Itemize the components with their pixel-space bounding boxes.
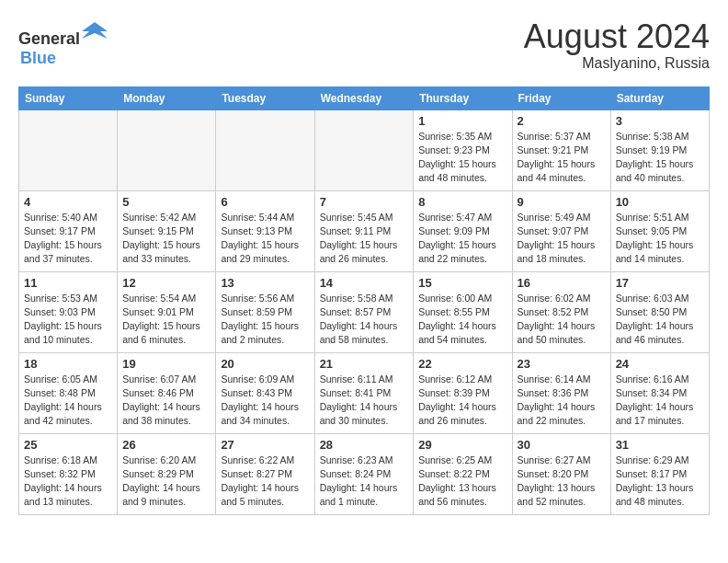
logo-bird-icon xyxy=(82,18,108,44)
day-info: Sunrise: 5:44 AM Sunset: 9:13 PM Dayligh… xyxy=(221,211,309,267)
calendar-cell: 11Sunrise: 5:53 AM Sunset: 9:03 PM Dayli… xyxy=(19,271,118,352)
day-number: 25 xyxy=(24,438,112,452)
day-number: 17 xyxy=(616,276,704,290)
weekday-header-sunday: Sunday xyxy=(19,86,118,109)
day-info: Sunrise: 6:27 AM Sunset: 8:20 PM Dayligh… xyxy=(518,454,606,510)
day-info: Sunrise: 5:38 AM Sunset: 9:19 PM Dayligh… xyxy=(616,130,704,186)
svg-marker-0 xyxy=(82,22,108,39)
day-info: Sunrise: 6:25 AM Sunset: 8:22 PM Dayligh… xyxy=(418,454,506,510)
calendar-cell: 6Sunrise: 5:44 AM Sunset: 9:13 PM Daylig… xyxy=(216,190,314,271)
day-number: 30 xyxy=(518,438,606,452)
day-info: Sunrise: 5:37 AM Sunset: 9:21 PM Dayligh… xyxy=(518,130,606,186)
day-number: 6 xyxy=(221,195,309,209)
calendar-cell: 14Sunrise: 5:58 AM Sunset: 8:57 PM Dayli… xyxy=(314,271,414,352)
day-info: Sunrise: 6:09 AM Sunset: 8:43 PM Dayligh… xyxy=(221,373,309,429)
day-info: Sunrise: 6:16 AM Sunset: 8:34 PM Dayligh… xyxy=(616,373,704,429)
calendar-cell: 31Sunrise: 6:29 AM Sunset: 8:17 PM Dayli… xyxy=(610,433,709,514)
day-info: Sunrise: 6:14 AM Sunset: 8:36 PM Dayligh… xyxy=(518,373,606,429)
calendar-cell: 29Sunrise: 6:25 AM Sunset: 8:22 PM Dayli… xyxy=(414,433,512,514)
weekday-header-friday: Friday xyxy=(512,86,610,109)
day-info: Sunrise: 6:29 AM Sunset: 8:17 PM Dayligh… xyxy=(616,454,704,510)
calendar-cell: 30Sunrise: 6:27 AM Sunset: 8:20 PM Dayli… xyxy=(512,433,610,514)
day-number: 10 xyxy=(616,195,704,209)
calendar-week-row-5: 25Sunrise: 6:18 AM Sunset: 8:32 PM Dayli… xyxy=(19,433,710,514)
day-info: Sunrise: 6:20 AM Sunset: 8:29 PM Dayligh… xyxy=(122,454,210,510)
day-number: 3 xyxy=(616,114,704,128)
day-info: Sunrise: 5:45 AM Sunset: 9:11 PM Dayligh… xyxy=(320,211,409,267)
calendar-cell: 10Sunrise: 5:51 AM Sunset: 9:05 PM Dayli… xyxy=(610,190,709,271)
day-info: Sunrise: 6:23 AM Sunset: 8:24 PM Dayligh… xyxy=(320,454,409,510)
calendar-cell: 19Sunrise: 6:07 AM Sunset: 8:46 PM Dayli… xyxy=(118,352,216,433)
weekday-header-thursday: Thursday xyxy=(414,86,512,109)
day-info: Sunrise: 5:47 AM Sunset: 9:09 PM Dayligh… xyxy=(418,211,506,267)
logo-text-blue: Blue xyxy=(20,49,56,67)
day-number: 31 xyxy=(616,438,704,452)
day-number: 26 xyxy=(122,438,210,452)
calendar-cell: 26Sunrise: 6:20 AM Sunset: 8:29 PM Dayli… xyxy=(118,433,216,514)
calendar-cell xyxy=(19,109,118,190)
day-info: Sunrise: 5:40 AM Sunset: 9:17 PM Dayligh… xyxy=(24,211,112,267)
calendar-cell: 23Sunrise: 6:14 AM Sunset: 8:36 PM Dayli… xyxy=(512,352,610,433)
day-info: Sunrise: 5:53 AM Sunset: 9:03 PM Dayligh… xyxy=(24,292,112,348)
day-number: 12 xyxy=(122,276,210,290)
calendar-cell: 24Sunrise: 6:16 AM Sunset: 8:34 PM Dayli… xyxy=(610,352,709,433)
weekday-header-saturday: Saturday xyxy=(610,86,709,109)
month-year-title: August 2024 xyxy=(524,18,710,55)
calendar-cell xyxy=(118,109,216,190)
day-number: 2 xyxy=(518,114,606,128)
calendar-cell: 2Sunrise: 5:37 AM Sunset: 9:21 PM Daylig… xyxy=(512,109,610,190)
calendar-cell: 4Sunrise: 5:40 AM Sunset: 9:17 PM Daylig… xyxy=(19,190,118,271)
day-info: Sunrise: 5:54 AM Sunset: 9:01 PM Dayligh… xyxy=(122,292,210,348)
day-info: Sunrise: 5:56 AM Sunset: 8:59 PM Dayligh… xyxy=(221,292,309,348)
day-info: Sunrise: 6:22 AM Sunset: 8:27 PM Dayligh… xyxy=(221,454,309,510)
day-number: 14 xyxy=(320,276,409,290)
calendar-table: SundayMondayTuesdayWednesdayThursdayFrid… xyxy=(18,86,710,515)
day-number: 23 xyxy=(518,357,606,371)
day-info: Sunrise: 6:00 AM Sunset: 8:55 PM Dayligh… xyxy=(418,292,506,348)
weekday-header-tuesday: Tuesday xyxy=(216,86,314,109)
day-number: 1 xyxy=(418,114,506,128)
calendar-cell: 25Sunrise: 6:18 AM Sunset: 8:32 PM Dayli… xyxy=(19,433,118,514)
day-info: Sunrise: 6:18 AM Sunset: 8:32 PM Dayligh… xyxy=(24,454,112,510)
day-number: 15 xyxy=(418,276,506,290)
calendar-cell: 18Sunrise: 6:05 AM Sunset: 8:48 PM Dayli… xyxy=(19,352,118,433)
calendar-cell: 27Sunrise: 6:22 AM Sunset: 8:27 PM Dayli… xyxy=(216,433,314,514)
day-info: Sunrise: 6:07 AM Sunset: 8:46 PM Dayligh… xyxy=(122,373,210,429)
calendar-cell: 16Sunrise: 6:02 AM Sunset: 8:52 PM Dayli… xyxy=(512,271,610,352)
day-number: 13 xyxy=(221,276,309,290)
day-number: 16 xyxy=(518,276,606,290)
day-number: 4 xyxy=(24,195,112,209)
calendar-week-row-2: 4Sunrise: 5:40 AM Sunset: 9:17 PM Daylig… xyxy=(19,190,710,271)
location-subtitle: Maslyanino, Russia xyxy=(524,55,710,72)
weekday-header-row: SundayMondayTuesdayWednesdayThursdayFrid… xyxy=(19,86,710,109)
calendar-cell: 28Sunrise: 6:23 AM Sunset: 8:24 PM Dayli… xyxy=(314,433,414,514)
day-number: 9 xyxy=(518,195,606,209)
page-header: General Blue August 2024 Maslyanino, Rus… xyxy=(18,18,710,72)
day-number: 20 xyxy=(221,357,309,371)
calendar-cell: 12Sunrise: 5:54 AM Sunset: 9:01 PM Dayli… xyxy=(118,271,216,352)
day-info: Sunrise: 6:03 AM Sunset: 8:50 PM Dayligh… xyxy=(616,292,704,348)
calendar-cell: 1Sunrise: 5:35 AM Sunset: 9:23 PM Daylig… xyxy=(414,109,512,190)
calendar-week-row-1: 1Sunrise: 5:35 AM Sunset: 9:23 PM Daylig… xyxy=(19,109,710,190)
logo-text-general: General xyxy=(18,29,80,48)
logo: General Blue xyxy=(18,18,108,68)
day-number: 27 xyxy=(221,438,309,452)
calendar-cell: 15Sunrise: 6:00 AM Sunset: 8:55 PM Dayli… xyxy=(414,271,512,352)
day-info: Sunrise: 5:42 AM Sunset: 9:15 PM Dayligh… xyxy=(122,211,210,267)
day-info: Sunrise: 5:51 AM Sunset: 9:05 PM Dayligh… xyxy=(616,211,704,267)
calendar-cell: 8Sunrise: 5:47 AM Sunset: 9:09 PM Daylig… xyxy=(414,190,512,271)
calendar-cell xyxy=(314,109,414,190)
day-number: 28 xyxy=(320,438,409,452)
day-number: 29 xyxy=(418,438,506,452)
calendar-cell: 20Sunrise: 6:09 AM Sunset: 8:43 PM Dayli… xyxy=(216,352,314,433)
day-info: Sunrise: 5:49 AM Sunset: 9:07 PM Dayligh… xyxy=(518,211,606,267)
day-number: 19 xyxy=(122,357,210,371)
day-number: 21 xyxy=(320,357,409,371)
day-number: 22 xyxy=(418,357,506,371)
calendar-cell: 22Sunrise: 6:12 AM Sunset: 8:39 PM Dayli… xyxy=(414,352,512,433)
title-block: August 2024 Maslyanino, Russia xyxy=(524,18,710,72)
day-number: 11 xyxy=(24,276,112,290)
logo-general-text: General Blue xyxy=(18,18,108,68)
day-info: Sunrise: 5:35 AM Sunset: 9:23 PM Dayligh… xyxy=(418,130,506,186)
day-number: 5 xyxy=(122,195,210,209)
